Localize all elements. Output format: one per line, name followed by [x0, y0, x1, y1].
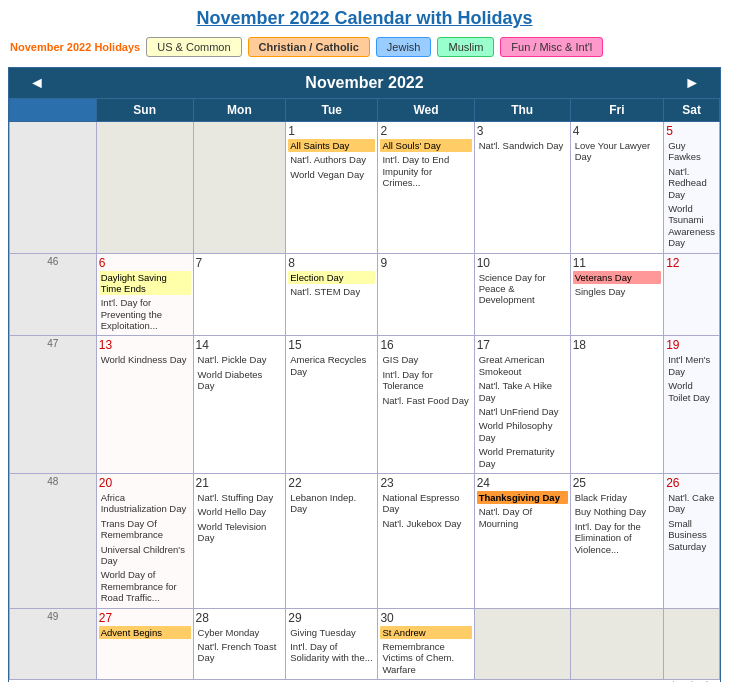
calendar-cell [664, 608, 720, 680]
calendar-event[interactable]: Advent Begins [99, 626, 191, 639]
week-number: 49 [10, 608, 97, 680]
calendar-event[interactable]: Nat'l. Take A Hike Day [477, 379, 568, 404]
calendar-event[interactable]: Guy Fawkes [666, 139, 717, 164]
week-num-header [10, 99, 97, 122]
calendar-cell: 3Nat'l. Sandwich Day [474, 122, 570, 254]
calendar-event[interactable]: Nat'l. Redhead Day [666, 165, 717, 201]
calendar-event[interactable]: Nat'l. Sandwich Day [477, 139, 568, 152]
calendar-event[interactable]: Universal Children's Day [99, 543, 191, 568]
calendar-cell: 8Election DayNat'l. STEM Day [286, 253, 378, 336]
calendar-event[interactable]: Science Day for Peace & Development [477, 271, 568, 307]
filter-fun[interactable]: Fun / Misc & Int'l [500, 37, 603, 57]
calendar-cell: 17Great American SmokeoutNat'l. Take A H… [474, 336, 570, 474]
calendar-event[interactable]: Int'l. Day of Solidarity with the... [288, 640, 375, 665]
calendar-event[interactable]: World Toilet Day [666, 379, 717, 404]
calendar-event[interactable]: World Philosophy Day [477, 419, 568, 444]
calendar-event[interactable]: World Vegan Day [288, 168, 375, 181]
calendar-event[interactable]: Nat'l. Authors Day [288, 153, 375, 166]
day-number: 16 [380, 338, 471, 352]
calendar-event[interactable]: Nat'l. French Toast Day [196, 640, 284, 665]
calendar-cell: 11Veterans DaySingles Day [570, 253, 663, 336]
calendar-event[interactable]: Great American Smokeout [477, 353, 568, 378]
calendar-event[interactable]: All Saints Day [288, 139, 375, 152]
calendar-event[interactable]: World Television Day [196, 520, 284, 545]
header-mon: Mon [193, 99, 286, 122]
calendar-event[interactable]: World Tsunami Awareness Day [666, 202, 717, 250]
day-number: 2 [380, 124, 471, 138]
calendar-event[interactable]: Nat'l. STEM Day [288, 285, 375, 298]
calendar-event[interactable]: World Day of Remembrance for Road Traffi… [99, 568, 191, 604]
header-fri: Fri [570, 99, 663, 122]
week-row-1: 466Daylight Saving Time EndsInt'l. Day f… [10, 253, 720, 336]
calendar-event[interactable]: Daylight Saving Time Ends [99, 271, 191, 296]
calendar-cell: 10Science Day for Peace & Development [474, 253, 570, 336]
calendar-header: ◄ November 2022 ► [9, 68, 720, 98]
calendar-event[interactable]: Nat'l. Fast Food Day [380, 394, 471, 407]
filter-us-common[interactable]: US & Common [146, 37, 241, 57]
calendar-event[interactable]: Nat'l. Cake Day [666, 491, 717, 516]
calendar-event[interactable]: World Hello Day [196, 505, 284, 518]
calendar-cell: 26Nat'l. Cake DaySmall Business Saturday [664, 473, 720, 608]
calendar-cell [96, 122, 193, 254]
week-number [10, 122, 97, 254]
calendar-cell: 4Love Your Lawyer Day [570, 122, 663, 254]
filter-christian[interactable]: Christian / Catholic [248, 37, 370, 57]
calendar-event[interactable]: Buy Nothing Day [573, 505, 661, 518]
calendar-event[interactable]: Int'l Men's Day [666, 353, 717, 378]
week-number: 46 [10, 253, 97, 336]
calendar-event[interactable]: World Diabetes Day [196, 368, 284, 393]
calendar-event[interactable]: Cyber Monday [196, 626, 284, 639]
calendar-event[interactable]: Africa Industrialization Day [99, 491, 191, 516]
calendar-event[interactable]: World Prematurity Day [477, 445, 568, 470]
calendar-event[interactable]: Small Business Saturday [666, 517, 717, 553]
calendar-event[interactable]: Black Friday [573, 491, 661, 504]
day-number: 10 [477, 256, 568, 270]
calendar-event[interactable]: National Espresso Day [380, 491, 471, 516]
calendar-event[interactable]: Love Your Lawyer Day [573, 139, 661, 164]
week-row-3: 4820Africa Industrialization DayTrans Da… [10, 473, 720, 608]
week-row-0: 1All Saints DayNat'l. Authors DayWorld V… [10, 122, 720, 254]
calendar-event[interactable]: GIS Day [380, 353, 471, 366]
calendar-cell: 1All Saints DayNat'l. Authors DayWorld V… [286, 122, 378, 254]
calendar-event[interactable]: Nat'l. Pickle Day [196, 353, 284, 366]
calendar-event[interactable]: Trans Day Of Remembrance [99, 517, 191, 542]
day-number: 6 [99, 256, 191, 270]
page-title: November 2022 Calendar with Holidays [0, 0, 729, 33]
calendar-event[interactable]: Int'l. Day for Tolerance [380, 368, 471, 393]
day-number: 12 [666, 256, 717, 270]
calendar-event[interactable]: World Kindness Day [99, 353, 191, 366]
calendar-event[interactable]: Giving Tuesday [288, 626, 375, 639]
week-row-2: 4713World Kindness Day14Nat'l. Pickle Da… [10, 336, 720, 474]
header-tue: Tue [286, 99, 378, 122]
day-number: 8 [288, 256, 375, 270]
calendar-event[interactable]: Nat'l UnFriend Day [477, 405, 568, 418]
calendar-event[interactable]: Int'l. Day for Preventing the Exploitati… [99, 296, 191, 332]
day-number: 28 [196, 611, 284, 625]
calendar-event[interactable]: All Souls' Day [380, 139, 471, 152]
calendar-event[interactable]: Thanksgiving Day [477, 491, 568, 504]
calendar-event[interactable]: Lebanon Indep. Day [288, 491, 375, 516]
calendar-event[interactable]: Singles Day [573, 285, 661, 298]
day-number: 17 [477, 338, 568, 352]
calendar-event[interactable]: America Recycles Day [288, 353, 375, 378]
calendar-cell [474, 608, 570, 680]
week-number: 48 [10, 473, 97, 608]
calendar-event[interactable]: Remembrance Victims of Chem. Warfare [380, 640, 471, 676]
filter-muslim[interactable]: Muslim [437, 37, 494, 57]
calendar-cell: 23National Espresso DayNat'l. Jukebox Da… [378, 473, 474, 608]
calendar-cell: 18 [570, 336, 663, 474]
filter-jewish[interactable]: Jewish [376, 37, 432, 57]
calendar-event[interactable]: Nat'l. Jukebox Day [380, 517, 471, 530]
header-sat: Sat [664, 99, 720, 122]
calendar-event[interactable]: Veterans Day [573, 271, 661, 284]
calendar-event[interactable]: Int'l. Day for the Elimination of Violen… [573, 520, 661, 556]
next-month-button[interactable]: ► [676, 74, 708, 92]
calendar-event[interactable]: Nat'l. Day Of Mourning [477, 505, 568, 530]
prev-month-button[interactable]: ◄ [21, 74, 53, 92]
calendar-event[interactable]: Int'l. Day to End Impunity for Crimes... [380, 153, 471, 189]
day-headers-row: Sun Mon Tue Wed Thu Fri Sat [10, 99, 720, 122]
calendar-event[interactable]: Election Day [288, 271, 375, 284]
calendar-cell: 7 [193, 253, 286, 336]
calendar-event[interactable]: St Andrew [380, 626, 471, 639]
calendar-event[interactable]: Nat'l. Stuffing Day [196, 491, 284, 504]
